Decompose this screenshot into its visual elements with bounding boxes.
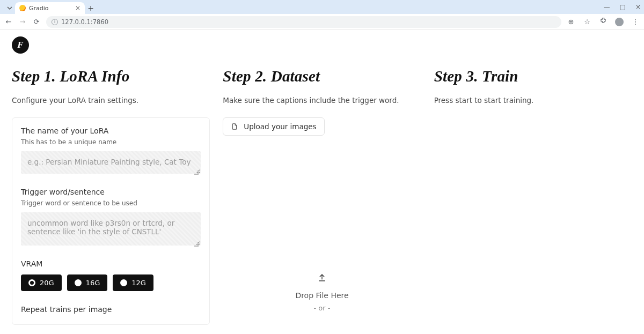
tab-list-chevron[interactable] [4, 2, 15, 14]
window-minimize-icon[interactable]: — [604, 3, 610, 11]
nav-back-icon[interactable]: ← [4, 18, 13, 26]
browser-menu-icon[interactable]: ⋮ [631, 18, 640, 26]
vram-radio-group: 20G 16G 12G [21, 274, 201, 291]
vram-option-12g[interactable]: 12G [113, 274, 153, 291]
address-bar-text: 127.0.0.1:7860 [61, 18, 108, 26]
trigger-input[interactable] [21, 212, 201, 246]
step3-title: Step 3. Train [434, 68, 632, 85]
step1-panel: The name of your LoRA This has to be a u… [12, 117, 210, 325]
browser-tab-strip: Gradio × + — □ × [0, 0, 644, 14]
step2-desc: Make sure the captions include the trigg… [223, 96, 421, 105]
upload-images-button[interactable]: Upload your images [223, 117, 324, 136]
dropzone-label: Drop File Here [295, 291, 348, 300]
browser-tab-active[interactable]: Gradio × [15, 2, 85, 14]
step2-title: Step 2. Dataset [223, 68, 421, 85]
trigger-label: Trigger word/sentence [21, 188, 201, 196]
window-maximize-icon[interactable]: □ [620, 3, 626, 11]
step1-column: Step 1. LoRA Info Configure your LoRA tr… [12, 68, 210, 325]
tab-close-icon[interactable]: × [75, 4, 80, 12]
step1-desc: Configure your LoRA train settings. [12, 96, 210, 105]
upload-icon [317, 272, 327, 285]
window-close-icon[interactable]: × [635, 3, 641, 11]
site-info-icon[interactable]: i [52, 19, 58, 25]
vram-option-label: 16G [86, 279, 100, 287]
file-dropzone[interactable]: Drop File Here - or - [223, 136, 421, 313]
step2-column: Step 2. Dataset Make sure the captions i… [223, 68, 421, 325]
new-tab-button[interactable]: + [85, 2, 97, 14]
radio-unselected-icon [120, 279, 127, 286]
lora-name-sublabel: This has to be a unique name [21, 138, 201, 146]
lora-name-label: The name of your LoRA [21, 127, 201, 135]
radio-selected-icon [28, 279, 35, 286]
repeat-label: Repeat trains per image [21, 305, 201, 314]
step1-title: Step 1. LoRA Info [12, 68, 210, 85]
vram-option-label: 20G [40, 279, 54, 287]
browser-toolbar: ← → ⟳ i 127.0.0.1:7860 ⊕ ☆ ⋮ [0, 14, 644, 30]
step3-column: Step 3. Train Press start to start train… [434, 68, 632, 325]
file-icon [231, 123, 238, 130]
nav-reload-icon[interactable]: ⟳ [32, 18, 41, 26]
radio-unselected-icon [75, 279, 82, 286]
address-bar[interactable]: i 127.0.0.1:7860 [46, 16, 561, 28]
tab-favicon [19, 5, 26, 11]
step3-desc: Press start to start training. [434, 96, 632, 105]
vram-label: VRAM [21, 259, 201, 268]
extensions-icon[interactable] [599, 17, 608, 26]
vram-option-20g[interactable]: 20G [21, 274, 62, 291]
profile-avatar[interactable] [615, 18, 624, 26]
nav-forward-icon: → [18, 18, 27, 26]
dropzone-or: - or - [314, 304, 331, 312]
upload-images-label: Upload your images [244, 122, 316, 131]
trigger-sublabel: Trigger word or sentence to be used [21, 199, 201, 207]
vram-option-16g[interactable]: 16G [67, 274, 108, 291]
tab-title: Gradio [29, 5, 72, 12]
bookmark-icon[interactable]: ☆ [583, 18, 591, 26]
vram-option-label: 12G [131, 279, 146, 287]
app-logo: F [12, 36, 29, 54]
lora-name-input[interactable] [21, 151, 201, 174]
zoom-icon[interactable]: ⊕ [567, 18, 575, 26]
